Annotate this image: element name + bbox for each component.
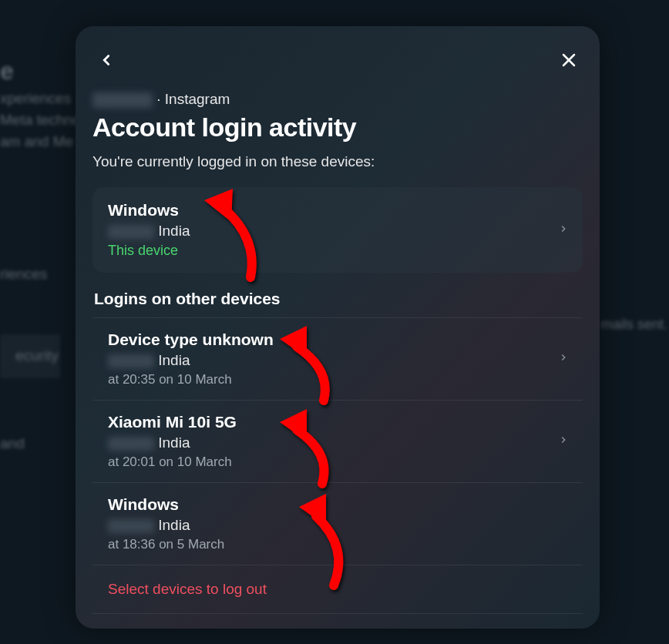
modal-content: · Instagram Account login activity You'r… [76, 91, 600, 614]
account-line: · Instagram [92, 91, 583, 108]
login-activity-modal: · Instagram Account login activity You'r… [76, 26, 600, 629]
bg-line2: Meta techno [0, 109, 81, 132]
other-devices-header: Logins on other devices [92, 290, 583, 308]
device-name: Windows [108, 201, 567, 220]
redacted-city [108, 354, 154, 368]
device-time: at 18:36 on 5 March [108, 537, 567, 552]
device-row[interactable]: Xiaomi Mi 10i 5G India at 20:01 on 10 Ma… [92, 401, 583, 483]
bg-right-fragment: mails sent. [601, 314, 667, 335]
chevron-right-icon [558, 349, 569, 369]
redacted-city [108, 519, 154, 533]
device-list: Device type unknown India at 20:35 on 10… [92, 317, 583, 614]
device-name: Xiaomi Mi 10i 5G [108, 413, 567, 431]
device-row[interactable]: Device type unknown India at 20:35 on 10… [92, 318, 583, 401]
bg-title-fragment: e [0, 52, 14, 89]
device-time: at 20:01 on 10 March [108, 454, 567, 470]
account-platform: · Instagram [153, 91, 230, 107]
device-location: India [108, 434, 567, 451]
page-title: Account login activity [92, 112, 583, 143]
bg-sidebar-item1: riences [0, 263, 47, 286]
bg-sidebar-security[interactable]: ecurity [0, 334, 60, 378]
device-location: India [108, 517, 567, 534]
bg-sidebar-item3: and [0, 433, 25, 455]
bg-line1: xperiences [0, 88, 71, 110]
device-location: India [108, 223, 567, 240]
logout-devices-link[interactable]: Select devices to log out [92, 565, 583, 614]
this-device-label: This device [108, 243, 567, 259]
subtitle: You're currently logged in on these devi… [92, 153, 583, 170]
chevron-right-icon [558, 220, 569, 240]
device-row[interactable]: Windows India at 18:36 on 5 March [92, 483, 583, 565]
chevron-left-icon [98, 52, 115, 69]
redacted-city [108, 437, 154, 451]
redacted-city [108, 225, 154, 239]
device-name: Device type unknown [108, 330, 567, 349]
close-icon [560, 51, 578, 69]
redacted-username [92, 92, 153, 108]
device-time: at 20:35 on 10 March [108, 372, 567, 387]
close-button[interactable] [556, 48, 581, 72]
bg-line3: am and Me [0, 131, 73, 153]
back-button[interactable] [94, 48, 119, 72]
device-name: Windows [108, 495, 567, 514]
current-device-card[interactable]: Windows India This device [92, 187, 583, 273]
modal-header [76, 48, 600, 72]
chevron-right-icon [558, 431, 569, 451]
device-location: India [108, 352, 567, 369]
